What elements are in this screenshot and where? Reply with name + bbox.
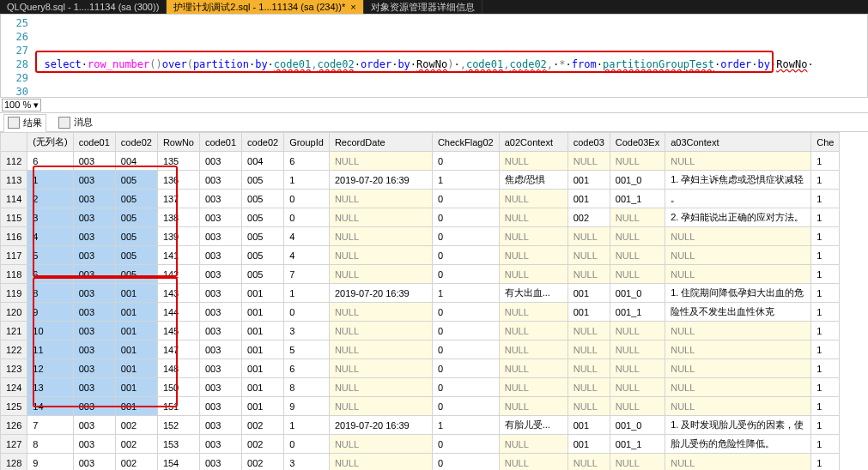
cell[interactable]: NULL xyxy=(665,340,811,359)
cell[interactable]: 003 xyxy=(199,397,241,416)
cell[interactable]: 1. 及时发现胎儿受伤的因素，使 xyxy=(665,416,811,435)
cell[interactable]: NULL xyxy=(329,265,432,284)
cell[interactable]: NULL xyxy=(610,397,665,416)
cell[interactable]: 0 xyxy=(432,359,499,378)
cell[interactable]: 001 xyxy=(115,340,157,359)
cell[interactable]: 003 xyxy=(199,303,241,322)
cell[interactable]: NULL xyxy=(499,152,568,171)
cell[interactable]: 151 xyxy=(157,397,199,416)
cell[interactable]: 1 xyxy=(811,340,840,359)
cell[interactable]: 003 xyxy=(199,208,241,227)
cell[interactable]: 001 xyxy=(242,397,284,416)
cell[interactable]: 0 xyxy=(284,435,330,454)
cell[interactable]: NULL xyxy=(329,208,432,227)
cell[interactable]: 0 xyxy=(284,303,330,322)
cell[interactable]: NULL xyxy=(499,359,568,378)
table-row[interactable]: 123120030011480030016NULL0NULLNULLNULLNU… xyxy=(1,359,840,378)
cell[interactable]: NULL xyxy=(665,397,811,416)
cell[interactable]: 003 xyxy=(73,227,115,246)
cell[interactable]: 2. 孕妇能说出正确的应对方法。 xyxy=(665,208,811,227)
cell[interactable]: 1 xyxy=(811,190,840,208)
cell[interactable]: 3 xyxy=(284,454,330,471)
cell[interactable]: 001_0 xyxy=(610,171,665,190)
cell[interactable]: 001 xyxy=(242,359,284,378)
cell[interactable]: NULL xyxy=(499,340,568,359)
cell[interactable]: 有胎儿受... xyxy=(499,416,568,435)
cell[interactable]: 6 xyxy=(27,265,73,284)
cell[interactable]: NULL xyxy=(665,246,811,265)
tab-results[interactable]: 结果 xyxy=(3,114,46,132)
cell[interactable]: 143 xyxy=(157,284,199,303)
cell[interactable]: 003 xyxy=(199,265,241,284)
zoom-select[interactable]: 100 % ▾ xyxy=(2,99,41,111)
cell[interactable]: 153 xyxy=(157,435,199,454)
cell[interactable]: NULL xyxy=(329,303,432,322)
cell[interactable]: 003 xyxy=(199,227,241,246)
cell[interactable]: 0 xyxy=(432,265,499,284)
cell[interactable]: NULL xyxy=(499,227,568,246)
cell[interactable]: 003 xyxy=(73,246,115,265)
cell[interactable]: 003 xyxy=(199,284,241,303)
cell[interactable]: 004 xyxy=(115,152,157,171)
cell[interactable]: NULL xyxy=(610,322,665,340)
cell[interactable]: 150 xyxy=(157,378,199,397)
cell[interactable]: NULL xyxy=(329,190,432,208)
column-header[interactable]: code01 xyxy=(73,133,115,152)
results-grid-wrap[interactable]: (无列名)code01code02RowNocode01code02GroupI… xyxy=(0,132,868,470)
cell[interactable]: 001_1 xyxy=(610,303,665,322)
cell[interactable]: 001_1 xyxy=(610,435,665,454)
cell[interactable]: 003 xyxy=(199,435,241,454)
column-header[interactable]: CheckFlag02 xyxy=(432,133,499,152)
cell[interactable]: 005 xyxy=(242,190,284,208)
cell[interactable]: 8 xyxy=(27,435,73,454)
cell[interactable]: 0 xyxy=(432,246,499,265)
cell[interactable]: NULL xyxy=(499,378,568,397)
cell[interactable]: 0 xyxy=(432,227,499,246)
cell[interactable]: 003 xyxy=(199,416,241,435)
cell[interactable]: 6 xyxy=(284,152,330,171)
cell[interactable]: 145 xyxy=(157,322,199,340)
cell[interactable]: 0 xyxy=(432,208,499,227)
table-row[interactable]: 124130030011500030018NULL0NULLNULLNULLNU… xyxy=(1,378,840,397)
table-row[interactable]: 11860030051420030057NULL0NULLNULLNULLNUL… xyxy=(1,265,840,284)
cell[interactable]: 3 xyxy=(27,208,73,227)
cell[interactable]: 142 xyxy=(157,265,199,284)
cell[interactable]: 11 xyxy=(27,340,73,359)
table-row[interactable]: 12090030011440030010NULL0NULL001001_1险性及… xyxy=(1,303,840,322)
cell[interactable]: 0 xyxy=(432,454,499,471)
table-row[interactable]: 12890030021540030023NULL0NULLNULLNULLNUL… xyxy=(1,454,840,471)
cell[interactable]: NULL xyxy=(329,397,432,416)
cell[interactable]: NULL xyxy=(499,208,568,227)
cell[interactable]: NULL xyxy=(610,208,665,227)
cell[interactable]: 005 xyxy=(115,171,157,190)
cell[interactable]: 005 xyxy=(115,190,157,208)
column-header[interactable]: code02 xyxy=(115,133,157,152)
cell[interactable]: 003 xyxy=(199,359,241,378)
cell[interactable]: NULL xyxy=(329,152,432,171)
cell[interactable]: 003 xyxy=(73,303,115,322)
cell[interactable]: NULL xyxy=(568,322,610,340)
cell[interactable]: 001 xyxy=(115,359,157,378)
cell[interactable]: 001 xyxy=(242,303,284,322)
cell[interactable]: NULL xyxy=(329,435,432,454)
cell[interactable]: NULL xyxy=(610,152,665,171)
cell[interactable]: 0 xyxy=(432,303,499,322)
cell[interactable]: 135 xyxy=(157,152,199,171)
cell[interactable]: NULL xyxy=(499,435,568,454)
table-row[interactable]: 113100300513600300512019-07-20 16:391焦虑/… xyxy=(1,171,840,190)
cell[interactable]: NULL xyxy=(610,359,665,378)
cell[interactable]: 1 xyxy=(811,416,840,435)
cell[interactable]: 003 xyxy=(73,190,115,208)
cell[interactable]: 002 xyxy=(242,454,284,471)
cell[interactable]: 8 xyxy=(284,378,330,397)
table-row[interactable]: 126700300215200300212019-07-20 16:391有胎儿… xyxy=(1,416,840,435)
cell[interactable]: 152 xyxy=(157,416,199,435)
cell[interactable]: 137 xyxy=(157,190,199,208)
table-row[interactable]: 11530030051380030050NULL0NULL002NULL2. 孕… xyxy=(1,208,840,227)
cell[interactable]: 1 xyxy=(811,265,840,284)
cell[interactable]: 136 xyxy=(157,171,199,190)
cell[interactable]: 1 xyxy=(811,397,840,416)
column-header[interactable] xyxy=(1,133,27,152)
cell[interactable]: 005 xyxy=(115,265,157,284)
cell[interactable]: 0 xyxy=(432,435,499,454)
